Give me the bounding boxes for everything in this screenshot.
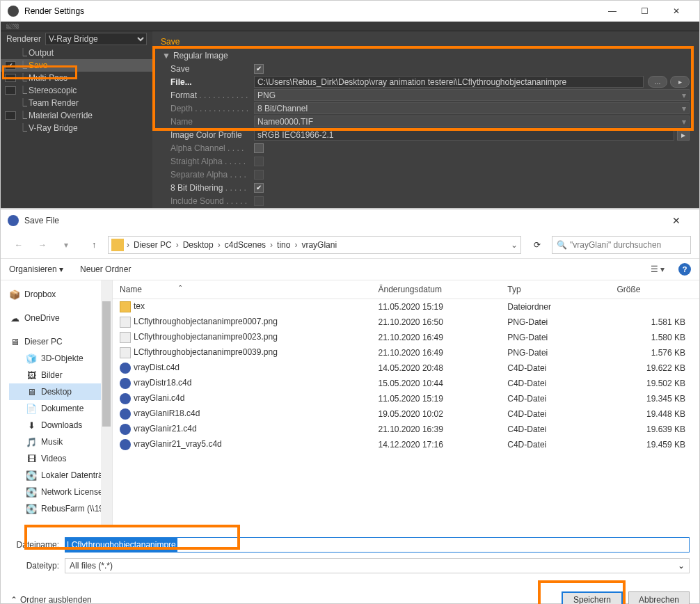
sidebar-item-team-render[interactable]: ⎿Team Render [1,97,152,109]
name-label: Name [170,117,254,127]
file-label[interactable]: File... [170,77,254,87]
file-row[interactable]: vrayDist.c4d14.05.2020 20:48C4D-Datei19.… [113,360,699,376]
save-checkbox[interactable] [254,64,264,74]
breadcrumb[interactable]: › Dieser PC› Desktop› c4dScenes› tino› v… [108,236,521,254]
close-button[interactable]: ✕ [660,210,692,231]
recent-button[interactable]: ▾ [56,235,76,255]
col-name[interactable]: Name ˆ [113,280,371,299]
save-button[interactable]: Speichern [562,591,623,604]
grip-bar[interactable] [1,22,699,31]
help-button[interactable]: ? [678,263,691,276]
view-button[interactable]: ☰ ▾ [645,262,670,277]
crumb-item[interactable]: Desktop [180,240,216,250]
refresh-button[interactable]: ⟳ [525,236,548,254]
icp-field[interactable]: sRGB IEC61966-2.1 [254,129,674,141]
c4d-icon [120,363,131,374]
tree-item[interactable]: ⬇Downloads [9,417,112,434]
file-row[interactable]: vrayGlani.c4d11.05.2020 15:19C4D-Datei19… [113,391,699,406]
sidebar-checkbox[interactable] [5,86,16,95]
crumb-item[interactable]: tino [274,240,293,250]
group-regular-image[interactable]: ▼Regular Image [162,49,690,62]
tree-item[interactable]: 💽RebusFarm (\\19 [9,500,112,517]
file-row[interactable]: LCflythroughobjectananimpre0023.png21.10… [113,330,699,345]
col-size[interactable]: Größe [610,280,699,299]
file-row[interactable]: tex11.05.2020 15:19Dateiordner [113,299,699,315]
sidebar-checkbox[interactable]: ✔ [5,61,16,70]
tree-item[interactable]: 🎞Videos [9,450,112,467]
crumb-item[interactable]: vrayGlani [299,240,340,250]
sidebar-item-material-override[interactable]: ⎿Material Override [1,109,152,122]
maximize-button[interactable]: ☐ [628,1,660,22]
tree-item[interactable]: 🖥Desktop [9,383,112,400]
name-dropdown[interactable]: Name0000.TIF▾ [254,116,690,127]
render-settings-main: Save ▼Regular Image Save File... ... ▸ F… [152,31,699,208]
sound-checkbox [254,196,264,206]
tree-item[interactable]: 🎵Musik [9,434,112,450]
file-row[interactable]: LCflythroughobjectananimpre0039.png21.10… [113,345,699,360]
tree-item[interactable]: 🧊3D-Objekte [9,350,112,367]
dither-checkbox[interactable] [254,183,264,193]
save-file-titlebar[interactable]: Save File ✕ [1,209,699,232]
alpha-checkbox[interactable] [254,143,264,153]
icp-arrow-button[interactable]: ▸ [677,129,690,141]
up-button[interactable]: ↑ [84,235,104,255]
file-row[interactable]: vrayDistr18.c4d15.05.2020 10:44C4D-Datei… [113,376,699,391]
fold-icon [120,301,131,312]
sidebar-checkbox[interactable] [5,99,16,107]
sidebar-checkbox[interactable] [5,111,16,120]
close-button[interactable]: ✕ [660,1,692,22]
format-dropdown[interactable]: PNG▾ [254,89,690,101]
file-play-button[interactable]: ▸ [670,76,690,88]
crumb-item[interactable]: Dieser PC [131,240,175,250]
sidebar-item-save[interactable]: ✔⎿Save [1,59,152,72]
organize-button[interactable]: Organisieren ▾ [9,264,63,274]
new-folder-button[interactable]: Neuer Ordner [80,264,131,274]
render-settings-titlebar[interactable]: Render Settings — ☐ ✕ [1,1,699,22]
filetype-dropdown[interactable]: All files (*.*)⌄ [65,558,690,573]
filename-input[interactable] [65,537,690,553]
tree-item-label: RebusFarm (\\19 [41,504,104,514]
tree-item[interactable]: ☁OneDrive [9,310,112,326]
scrollbar[interactable] [101,280,112,527]
search-input[interactable]: 🔍 "vrayGlani" durchsuchen [552,236,691,254]
renderer-label: Renderer [6,34,41,44]
tree-item[interactable]: 📦Dropbox [9,286,112,303]
tree-item[interactable]: 💽Lokaler Datenträ [9,467,112,484]
file-row[interactable]: vrayGlaniR18.c4d19.05.2020 10:02C4D-Date… [113,406,699,422]
file-row[interactable]: vrayGlanir21.c4d21.10.2020 16:39C4D-Date… [113,422,699,437]
sidebar-checkbox[interactable] [5,49,16,57]
folder-tree[interactable]: 📦Dropbox☁OneDrive🖥Dieser PC🧊3D-Objekte🖼B… [1,280,112,527]
minimize-button[interactable]: — [596,1,628,22]
file-row[interactable]: vrayGlanir21_vray5.c4d14.12.2020 17:16C4… [113,437,699,452]
tree-item[interactable]: 💽Network License [9,484,112,500]
folder-icon: 🧊 [26,353,37,364]
sidebar-item-output[interactable]: ⎿Output [1,47,152,59]
sidebar-item-multi-pass[interactable]: ⎿Multi-Pass [1,72,152,84]
tree-item[interactable]: 🖼Bilder [9,367,112,383]
col-date[interactable]: Änderungsdatum [371,280,500,299]
back-button[interactable]: ← [9,235,29,255]
file-path-input[interactable] [254,76,644,88]
hide-folders-button[interactable]: ⌃Ordner ausblenden [10,595,92,604]
c4d-icon [120,424,131,435]
renderer-dropdown[interactable]: V-Ray Bridge [45,33,147,45]
sidebar-item-stereoscopic[interactable]: ⎿Stereoscopic [1,84,152,97]
cancel-button[interactable]: Abbrechen [628,591,690,604]
tree-item[interactable]: 📄Dokumente [9,400,112,417]
separate-label: Separate Alpha . . . . [170,170,254,180]
file-browse-button[interactable]: ... [648,76,667,88]
depth-dropdown[interactable]: 8 Bit/Channel▾ [254,102,690,114]
window-title: Render Settings [24,6,84,16]
col-type[interactable]: Typ [500,280,610,299]
tree-item-label: Videos [41,454,66,463]
sidebar-item-v-ray-bridge[interactable]: ⎿V-Ray Bridge [1,122,152,134]
file-row[interactable]: LCflythroughobjectananimpre0007.png21.10… [113,315,699,330]
sidebar-checkbox[interactable] [5,124,16,132]
sidebar-checkbox[interactable] [5,74,16,82]
c4d-icon [120,378,131,389]
crumb-item[interactable]: c4dScenes [222,240,269,250]
file-list[interactable]: Name ˆ Änderungsdatum Typ Größe tex11.05… [112,280,699,527]
tab-save[interactable]: Save [155,35,185,47]
forward-button[interactable]: → [33,235,52,255]
tree-item[interactable]: 🖥Dieser PC [9,333,112,350]
